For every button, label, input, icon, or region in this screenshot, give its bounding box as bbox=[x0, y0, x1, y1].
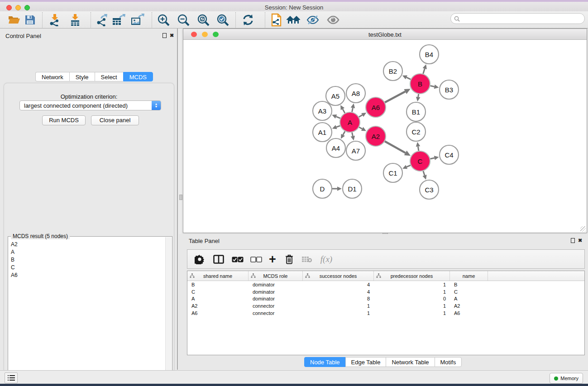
column-header-mcds-role[interactable]: MCDS role bbox=[249, 271, 303, 281]
graph-edge[interactable] bbox=[352, 108, 353, 112]
zoom-in-button[interactable] bbox=[155, 13, 172, 27]
delete-column-button[interactable] bbox=[282, 253, 296, 266]
tab-mcds[interactable]: MCDS bbox=[123, 72, 153, 81]
import-network-button[interactable] bbox=[47, 13, 63, 27]
table-cell[interactable]: C bbox=[450, 289, 488, 295]
table-cell[interactable]: connector bbox=[249, 310, 303, 316]
table-cell[interactable]: B bbox=[450, 282, 488, 287]
graph-edge[interactable] bbox=[406, 77, 411, 79]
search-input[interactable] bbox=[460, 14, 584, 23]
result-item[interactable]: A2 bbox=[9, 240, 164, 248]
resize-grip[interactable] bbox=[580, 226, 586, 232]
tab-style[interactable]: Style bbox=[69, 72, 95, 81]
save-session-button[interactable] bbox=[22, 13, 38, 27]
float-panel-icon[interactable] bbox=[163, 33, 167, 38]
table-cell[interactable]: 4 bbox=[303, 289, 374, 295]
show-panels-button[interactable] bbox=[325, 13, 341, 27]
table-row[interactable]: Cdominator41C bbox=[187, 288, 584, 295]
panel-list-button[interactable] bbox=[5, 372, 18, 383]
table-cell[interactable]: 1 bbox=[374, 310, 450, 316]
table-settings-button[interactable] bbox=[193, 253, 206, 266]
add-column-button[interactable]: + bbox=[266, 253, 279, 266]
table-row[interactable]: Adominator80A bbox=[187, 295, 584, 302]
table-cell[interactable]: dominator bbox=[249, 289, 303, 295]
import-table-button[interactable] bbox=[67, 13, 83, 27]
table-cell[interactable]: 4 bbox=[303, 282, 374, 287]
graph-edge[interactable] bbox=[352, 133, 353, 136]
table-cell[interactable]: A6 bbox=[187, 310, 249, 316]
table-cell[interactable]: A6 bbox=[450, 310, 488, 316]
table-row[interactable]: A2connector11A2 bbox=[187, 302, 584, 310]
table-cell[interactable]: A2 bbox=[187, 303, 249, 309]
graph-edge[interactable] bbox=[418, 94, 419, 97]
graph-edge[interactable] bbox=[423, 69, 425, 74]
select-all-button[interactable] bbox=[230, 253, 245, 266]
graph-edge[interactable] bbox=[385, 141, 406, 153]
tab-network[interactable]: Network bbox=[35, 72, 69, 81]
graph-edge[interactable] bbox=[336, 126, 340, 127]
column-header-successor-nodes[interactable]: successor nodes bbox=[303, 271, 374, 281]
network-window-titlebar[interactable]: testGlobe.txt bbox=[183, 29, 587, 40]
result-item[interactable]: A6 bbox=[9, 271, 164, 279]
table-cell[interactable]: B bbox=[187, 282, 249, 287]
new-network-button[interactable] bbox=[268, 13, 284, 27]
tab-select[interactable]: Select bbox=[95, 72, 123, 81]
memory-button[interactable]: Memory bbox=[550, 373, 583, 384]
graph-edge[interactable] bbox=[359, 127, 362, 129]
zoom-fit-button[interactable] bbox=[195, 13, 211, 27]
panel-splitter[interactable] bbox=[177, 29, 178, 370]
graph-edge[interactable] bbox=[418, 147, 419, 151]
export-network-button[interactable] bbox=[94, 13, 110, 27]
graph-edge[interactable] bbox=[343, 109, 345, 113]
table-cell[interactable]: dominator bbox=[249, 296, 303, 301]
zoom-selected-button[interactable] bbox=[215, 13, 231, 27]
table-cell[interactable]: 1 bbox=[303, 303, 374, 309]
table-cell[interactable]: 1 bbox=[374, 289, 450, 295]
result-item[interactable]: B bbox=[9, 256, 164, 263]
graph-edge[interactable] bbox=[423, 171, 425, 176]
result-item[interactable]: A bbox=[9, 248, 164, 256]
optimization-criterion-select[interactable]: largest connected component (directed) ▲… bbox=[19, 100, 161, 110]
graph-edge[interactable] bbox=[359, 115, 363, 117]
result-scrollbar[interactable] bbox=[165, 237, 172, 386]
export-table-button[interactable] bbox=[110, 13, 127, 27]
table-cell[interactable]: 1 bbox=[374, 282, 450, 287]
table-cell[interactable]: connector bbox=[249, 303, 303, 309]
graph-edge[interactable] bbox=[343, 131, 345, 135]
show-column-button[interactable] bbox=[211, 253, 226, 266]
table-cell[interactable]: A bbox=[450, 296, 488, 301]
refresh-button[interactable] bbox=[240, 13, 256, 27]
home-button[interactable] bbox=[285, 13, 301, 27]
table-cell[interactable]: A bbox=[187, 296, 249, 301]
table-cell[interactable]: A2 bbox=[450, 303, 488, 309]
table-float-icon[interactable] bbox=[571, 238, 575, 243]
table-cell[interactable]: 0 bbox=[374, 296, 450, 301]
tab-node-table[interactable]: Node Table bbox=[304, 357, 345, 367]
graph-edge[interactable] bbox=[430, 86, 435, 87]
export-image-button[interactable] bbox=[129, 13, 146, 27]
column-header-name[interactable]: name bbox=[450, 271, 488, 281]
table-row[interactable]: Bdominator41B bbox=[187, 281, 584, 288]
graph-edge[interactable] bbox=[406, 165, 411, 167]
table-row[interactable]: A6connector11A6 bbox=[187, 310, 584, 317]
open-session-button[interactable] bbox=[6, 13, 22, 27]
column-header-predecessor-nodes[interactable]: predecessor nodes bbox=[374, 271, 450, 281]
table-cell[interactable]: 8 bbox=[303, 296, 374, 301]
table-cell[interactable]: 1 bbox=[303, 310, 374, 316]
network-canvas[interactable]: AA6A2BCA5A8A3A1A4A7B2B4B3B1C2C4C1C3DD1 bbox=[183, 40, 587, 233]
column-header-shared-name[interactable]: shared name bbox=[187, 271, 249, 281]
tab-edge-table[interactable]: Edge Table bbox=[345, 357, 386, 367]
unselect-all-button[interactable] bbox=[249, 253, 264, 266]
hide-panels-button[interactable] bbox=[305, 13, 321, 27]
graph-edge[interactable] bbox=[336, 117, 340, 119]
run-mcds-button[interactable]: Run MCDS bbox=[42, 115, 86, 125]
result-item[interactable]: C bbox=[9, 263, 164, 271]
tab-network-table[interactable]: Network Table bbox=[386, 357, 434, 367]
splitter-handle[interactable] bbox=[179, 195, 182, 200]
table-cell[interactable]: dominator bbox=[249, 282, 303, 287]
tab-motifs[interactable]: Motifs bbox=[435, 357, 462, 367]
close-panel-icon[interactable]: ✖ bbox=[170, 33, 174, 38]
graph-edge[interactable] bbox=[430, 158, 434, 159]
table-close-icon[interactable]: ✖ bbox=[578, 238, 582, 243]
search-field[interactable] bbox=[450, 13, 585, 24]
